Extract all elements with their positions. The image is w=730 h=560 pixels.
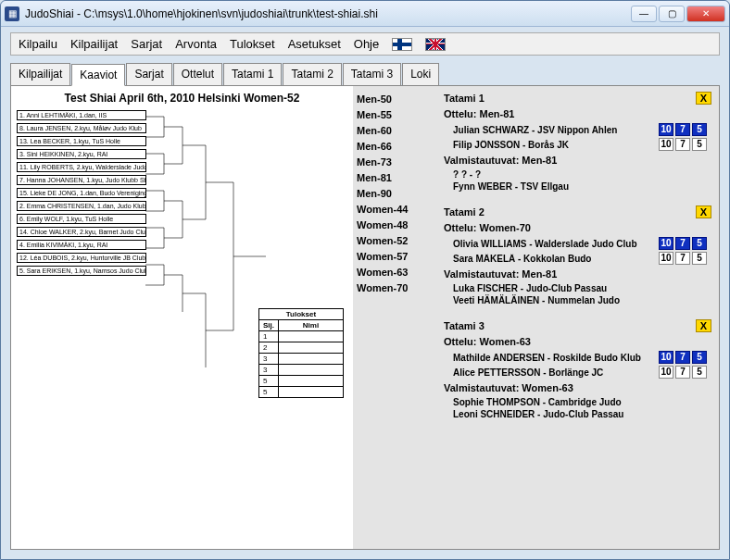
tab-kaaviot[interactable]: Kaaviot [71, 64, 125, 86]
category-item[interactable]: Men-50 [357, 92, 433, 107]
menu-arvonta[interactable]: Arvonta [175, 37, 217, 51]
window-buttons: — ▢ ✕ [631, 6, 725, 22]
menubar: Kilpailu Kilpailijat Sarjat Arvonta Tulo… [10, 32, 720, 56]
score-box[interactable]: 10 [659, 252, 673, 265]
score-box[interactable]: 5 [692, 351, 707, 364]
ottelu-label: Ottelu: Women-63 [444, 336, 711, 347]
tatami-header: Tatami 1X [444, 92, 711, 105]
bracket-entry: 1. Anni LEHTIMÄKI, 1.dan, IIS [17, 110, 146, 120]
category-item[interactable]: Women-63 [357, 265, 433, 280]
waiting-name: ? ? - ? [453, 169, 711, 180]
menu-kilpailu[interactable]: Kilpailu [19, 37, 57, 51]
tatami-close-button[interactable]: X [696, 92, 711, 105]
ottelu-label: Ottelu: Women-70 [444, 222, 711, 233]
bracket-title: Test Shiai April 6th, 2010 Helsinki Wome… [17, 92, 347, 105]
score-box[interactable]: 7 [675, 237, 690, 250]
tab-loki[interactable]: Loki [402, 63, 439, 85]
app-icon: ▦ [5, 6, 19, 21]
category-item[interactable]: Women-48 [357, 218, 433, 233]
flag-fi-icon[interactable] [392, 38, 412, 51]
menu-ohje[interactable]: Ohje [354, 37, 379, 51]
score-box[interactable]: 5 [692, 138, 707, 151]
match-name: Alice PETTERSSON - Borlänge JC [453, 367, 655, 378]
score-box[interactable]: 10 [659, 351, 673, 364]
tatami-title: Tatami 3 [444, 320, 485, 331]
match-row: Alice PETTERSSON - Borlänge JC1075 [453, 366, 711, 379]
bracket-entry: 7. Hanna JOHANSEN, 1.kyu, Judo Klubb Sto… [17, 175, 146, 185]
category-item[interactable]: Men-66 [357, 139, 433, 155]
menu-tulokset[interactable]: Tulokset [230, 37, 275, 51]
score-box[interactable]: 5 [692, 252, 707, 265]
results-table: Tulokset Sij.Nimi 123355 [258, 308, 344, 398]
tatami-close-button[interactable]: X [696, 319, 711, 332]
score-box[interactable]: 10 [659, 138, 673, 151]
results-row: 5 [258, 387, 343, 398]
bracket-entry: 3. Sini HEIKKINEN, 2.kyu, RAI [17, 149, 146, 159]
score-box[interactable]: 7 [675, 138, 690, 151]
waiting-name: Leoni SCHNEIDER - Judo-Club Passau [453, 409, 711, 419]
category-item[interactable]: Women-52 [357, 233, 433, 249]
valmistautuvat-label: Valmistautuvat: Men-81 [444, 155, 711, 166]
category-item[interactable]: Men-60 [357, 123, 433, 139]
score-box[interactable]: 5 [692, 366, 707, 379]
score-box[interactable]: 7 [675, 123, 690, 136]
bracket-entry: 12. Léa DUBOIS, 2.kyu, Huntorville JB Cl… [17, 253, 146, 263]
match-scores: 1075 [659, 237, 711, 250]
category-item[interactable]: Women-70 [357, 280, 433, 296]
menu-kilpailijat[interactable]: Kilpailijat [70, 37, 118, 51]
category-item[interactable]: Men-81 [357, 170, 433, 186]
score-box[interactable]: 7 [675, 366, 690, 379]
category-item[interactable]: Men-90 [357, 186, 433, 202]
flag-gb-icon[interactable] [425, 38, 446, 51]
results-header: Tulokset [258, 309, 343, 320]
score-box[interactable]: 5 [692, 123, 707, 136]
results-col-pos: Sij. [258, 320, 278, 331]
menubar-wrap: Kilpailu Kilpailijat Sarjat Arvonta Tulo… [1, 27, 729, 59]
tab-sarjat[interactable]: Sarjat [126, 63, 171, 85]
tab-tatami-2[interactable]: Tatami 2 [283, 63, 341, 85]
category-item[interactable]: Women-44 [357, 202, 433, 218]
window-title: JudoShiai - C:\msys\1.0\home\hjokinen\sv… [25, 7, 631, 20]
tab-tatami-1[interactable]: Tatami 1 [223, 63, 282, 85]
match-row: Sara MÄKELÄ - Kokkolan Budo1075 [453, 252, 711, 265]
tatami-block: Tatami 1XOttelu: Men-81Julian SCHWARZ - … [444, 92, 711, 192]
tatami-close-button[interactable]: X [696, 205, 711, 218]
score-box[interactable]: 7 [675, 252, 690, 265]
tatami-pane: Tatami 1XOttelu: Men-81Julian SCHWARZ - … [436, 86, 719, 549]
tab-ottelut[interactable]: Ottelut [173, 63, 222, 85]
category-item[interactable]: Men-73 [357, 155, 433, 170]
waiting-name: Fynn WEBER - TSV Ellgau [453, 181, 711, 192]
bracket-pane: Test Shiai April 6th, 2010 Helsinki Wome… [11, 86, 353, 549]
bracket-entry: 14. Chloe WALKER, 2.kyu, Barnet Judo Clu… [17, 227, 146, 237]
match-name: Mathilde ANDERSEN - Roskilde Budo Klub [453, 353, 655, 363]
match-scores: 1075 [659, 351, 711, 364]
match-row: Julian SCHWARZ - JSV Nippon Ahlen1075 [453, 123, 711, 136]
score-box[interactable]: 10 [659, 366, 673, 379]
tab-kilpailijat[interactable]: Kilpailijat [10, 63, 70, 85]
match-scores: 1075 [659, 366, 711, 379]
maximize-button[interactable]: ▢ [659, 6, 685, 22]
bracket-entry: 5. Sara ERIKSEN, 1.kyu, Namsos Judo Club [17, 266, 146, 276]
bracket-entry: 13. Lea BECKER, 1.kyu, TuS Holle [17, 136, 146, 146]
titlebar: ▦ JudoShiai - C:\msys\1.0\home\hjokinen\… [1, 1, 729, 27]
score-box[interactable]: 10 [659, 123, 673, 136]
match-name: Olivia WILLIAMS - Walderslade Judo Club [453, 239, 655, 249]
menu-asetukset[interactable]: Asetukset [288, 37, 341, 51]
tab-tatami-3[interactable]: Tatami 3 [343, 63, 401, 85]
minimize-button[interactable]: — [631, 6, 657, 22]
match-row: Olivia WILLIAMS - Walderslade Judo Club1… [453, 237, 711, 250]
category-item[interactable]: Women-57 [357, 249, 433, 265]
score-box[interactable]: 10 [659, 237, 673, 250]
match-name: Sara MÄKELÄ - Kokkolan Budo [453, 254, 655, 264]
results-row: 3 [258, 365, 343, 376]
match-row: Mathilde ANDERSEN - Roskilde Budo Klub10… [453, 351, 711, 364]
category-item[interactable]: Men-55 [357, 107, 433, 123]
score-box[interactable]: 7 [675, 351, 690, 364]
bracket-entry: 4. Emilia KIVIMÄKI, 1.kyu, RAI [17, 240, 146, 250]
waiting-name: Luka FISCHER - Judo-Club Passau [453, 283, 711, 293]
close-button[interactable]: ✕ [686, 6, 725, 22]
results-row: 3 [258, 354, 343, 365]
menu-sarjat[interactable]: Sarjat [131, 37, 162, 51]
tatami-title: Tatami 1 [444, 93, 485, 104]
score-box[interactable]: 5 [692, 237, 707, 250]
